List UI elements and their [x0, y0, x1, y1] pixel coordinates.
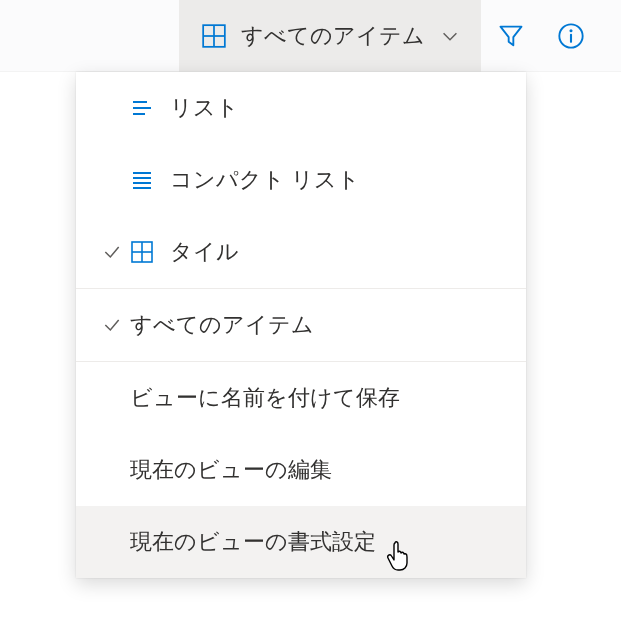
menu-item-all-items[interactable]: すべてのアイテム	[76, 289, 526, 361]
menu-item-edit-current-view[interactable]: 現在のビューの編集	[76, 434, 526, 506]
tile-icon	[201, 23, 227, 49]
menu-label: リスト	[170, 93, 239, 123]
svg-marker-3	[501, 26, 522, 45]
menu-item-compact-list[interactable]: コンパクト リスト	[76, 144, 526, 216]
menu-label: 現在のビューの編集	[130, 455, 332, 485]
info-button[interactable]	[541, 0, 601, 72]
tile-icon	[130, 240, 170, 264]
list-icon	[130, 96, 170, 120]
info-icon	[557, 22, 585, 50]
menu-label: ビューに名前を付けて保存	[130, 383, 400, 413]
menu-item-tile[interactable]: タイル	[76, 216, 526, 288]
view-switcher-button[interactable]: すべてのアイテム	[179, 0, 481, 72]
menu-label: 現在のビューの書式設定	[130, 527, 376, 557]
check-icon	[94, 242, 130, 262]
menu-label: すべてのアイテム	[130, 310, 314, 340]
view-dropdown: リスト コンパクト リスト タイル	[76, 72, 526, 578]
menu-label: コンパクト リスト	[170, 165, 360, 195]
view-switcher-label: すべてのアイテム	[241, 21, 425, 51]
menu-item-save-view-as[interactable]: ビューに名前を付けて保存	[76, 362, 526, 434]
filter-icon	[497, 22, 525, 50]
menu-item-format-current-view[interactable]: 現在のビューの書式設定	[76, 506, 526, 578]
svg-point-5	[569, 29, 572, 32]
check-icon	[94, 315, 130, 335]
chevron-down-icon	[439, 25, 461, 47]
toolbar: すべてのアイテム	[0, 0, 621, 72]
filter-button[interactable]	[481, 0, 541, 72]
menu-item-list[interactable]: リスト	[76, 72, 526, 144]
menu-label: タイル	[170, 237, 239, 267]
compact-list-icon	[130, 168, 170, 192]
